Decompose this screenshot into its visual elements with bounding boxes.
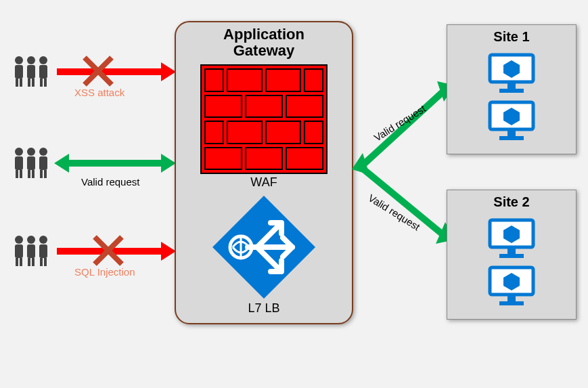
x-block-icon-2 (91, 234, 125, 267)
svg-rect-11 (44, 79, 47, 87)
clients-group-2-icon (10, 146, 52, 179)
svg-rect-17 (27, 156, 35, 170)
clients-group-1-icon (10, 54, 52, 88)
gateway-title-line2: Gateway (233, 42, 295, 59)
svg-rect-6 (28, 79, 30, 87)
clients-group-3-icon (10, 234, 52, 267)
svg-rect-13 (15, 156, 23, 170)
svg-rect-64 (499, 136, 524, 140)
svg-point-12 (15, 148, 23, 156)
svg-rect-19 (32, 170, 35, 178)
svg-rect-26 (16, 258, 18, 266)
svg-rect-18 (28, 170, 30, 178)
svg-rect-34 (40, 258, 43, 266)
l7-lb-icon (212, 196, 315, 299)
diagram-canvas: XSS attack Valid request SQL Injection A… (0, 0, 588, 388)
arrow-xss-label: XSS attack (74, 87, 125, 98)
svg-rect-3 (20, 79, 22, 87)
arrow-sql-label: SQL Injection (74, 266, 135, 278)
svg-line-53 (364, 92, 443, 164)
vm-monitor-icon (487, 217, 536, 259)
svg-rect-60 (499, 89, 524, 93)
svg-point-24 (15, 236, 23, 244)
svg-rect-10 (40, 79, 43, 87)
site-2-panel: Site 2 (447, 190, 576, 320)
svg-point-20 (39, 148, 47, 156)
svg-rect-31 (32, 258, 35, 266)
application-gateway-panel: Application Gateway WAF (175, 21, 353, 324)
svg-marker-37 (161, 62, 176, 81)
svg-rect-21 (39, 156, 47, 170)
svg-rect-1 (15, 65, 23, 79)
waf-firewall-icon (200, 64, 327, 174)
svg-marker-44 (161, 242, 176, 261)
svg-point-32 (39, 236, 47, 244)
svg-rect-68 (499, 254, 524, 258)
svg-rect-67 (507, 249, 516, 254)
svg-rect-27 (20, 258, 22, 266)
svg-point-28 (27, 236, 35, 244)
svg-rect-29 (27, 244, 35, 258)
svg-rect-30 (28, 258, 30, 266)
svg-point-0 (15, 56, 23, 64)
vm-monitor-icon (487, 100, 536, 142)
site-1-title: Site 1 (447, 29, 576, 45)
svg-rect-35 (44, 258, 47, 266)
gateway-title-line1: Application (223, 26, 304, 43)
site-1-panel: Site 1 (447, 24, 576, 154)
svg-rect-5 (27, 65, 35, 79)
svg-rect-33 (39, 244, 47, 258)
vm-monitor-icon (487, 52, 536, 94)
waf-label: WAF (176, 175, 352, 190)
svg-rect-2 (16, 79, 18, 87)
svg-rect-15 (20, 170, 22, 178)
svg-rect-59 (507, 83, 516, 89)
site-2-title: Site 2 (447, 194, 576, 210)
svg-point-8 (39, 56, 47, 64)
svg-rect-72 (499, 301, 524, 305)
svg-rect-9 (39, 65, 47, 79)
svg-marker-42 (161, 154, 176, 173)
svg-point-4 (27, 56, 35, 64)
vm-monitor-icon (487, 265, 536, 307)
x-block-icon-1 (81, 54, 115, 88)
svg-rect-23 (44, 170, 47, 178)
svg-rect-22 (40, 170, 43, 178)
gateway-title: Application Gateway (176, 26, 352, 59)
svg-rect-63 (507, 131, 516, 136)
lb-label: L7 LB (176, 301, 352, 316)
svg-point-16 (27, 148, 35, 156)
arrow-valid-left-label: Valid request (81, 176, 139, 188)
arrow-xss-blocked (54, 58, 176, 85)
svg-rect-14 (16, 170, 18, 178)
svg-rect-7 (32, 79, 35, 87)
svg-marker-41 (54, 154, 69, 173)
svg-rect-71 (507, 296, 516, 301)
arrow-valid-left (54, 150, 176, 177)
svg-rect-25 (15, 244, 23, 258)
